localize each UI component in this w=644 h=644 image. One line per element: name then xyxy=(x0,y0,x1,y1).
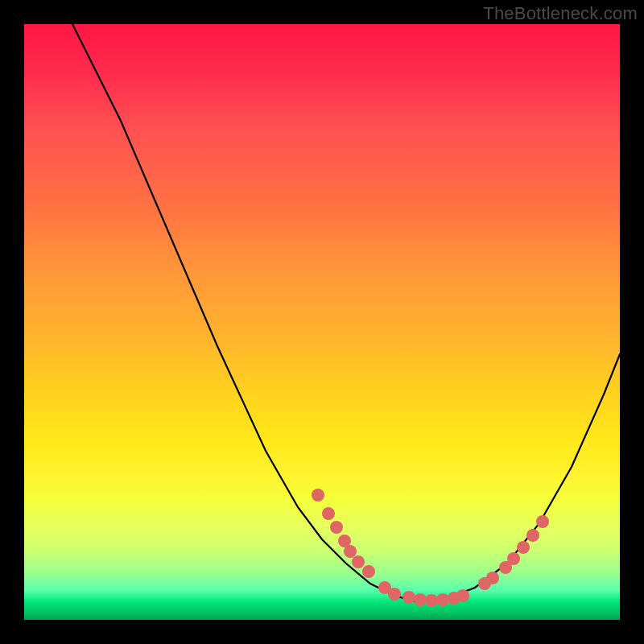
dot xyxy=(414,593,427,606)
dot xyxy=(486,572,499,584)
dot xyxy=(330,521,343,534)
plot-area xyxy=(24,24,620,620)
dot xyxy=(425,594,438,607)
curve-svg xyxy=(24,24,620,620)
valley-dots xyxy=(312,489,549,607)
dot xyxy=(526,529,539,542)
dot xyxy=(344,545,357,558)
dot xyxy=(507,552,520,565)
dot xyxy=(436,593,449,606)
dot xyxy=(517,541,530,554)
watermark-text: TheBottleneck.com xyxy=(483,3,638,24)
chart-frame: TheBottleneck.com xyxy=(0,0,644,644)
dot xyxy=(388,588,401,601)
dot xyxy=(536,515,549,528)
dot xyxy=(312,489,324,502)
dot xyxy=(402,591,415,604)
dot xyxy=(322,507,335,520)
dot xyxy=(456,589,469,602)
dot xyxy=(352,555,365,568)
dot xyxy=(362,565,375,578)
bottleneck-curve xyxy=(72,24,620,602)
